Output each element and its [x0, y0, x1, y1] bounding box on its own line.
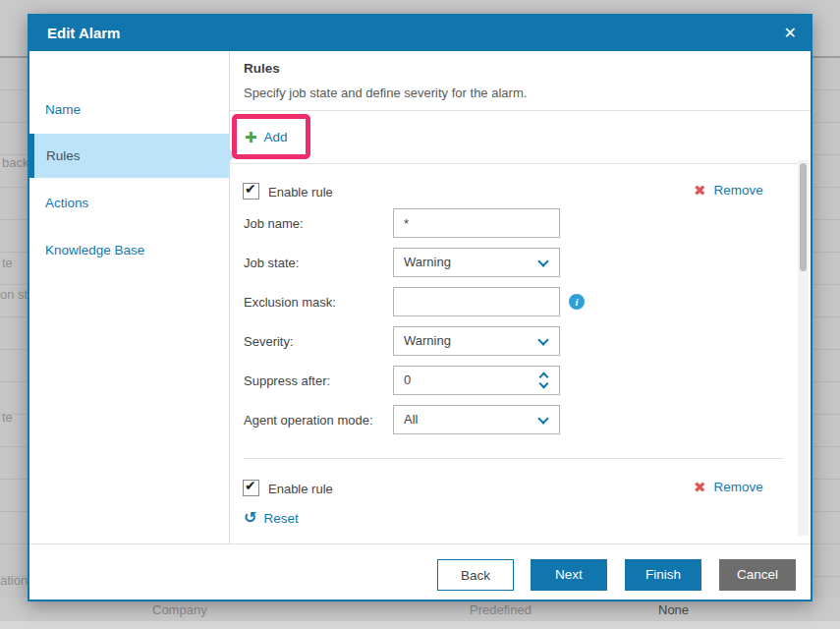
sidebar-item-knowledge-base[interactable]: Knowledge Base — [29, 236, 229, 265]
remove-x-icon: ✖ — [694, 480, 706, 494]
background-cell-predefined: Predefined — [470, 602, 532, 617]
job-state-select[interactable]: Warning — [393, 248, 560, 277]
divider — [244, 458, 783, 459]
remove-rule-button[interactable]: ✖ Remove — [694, 183, 763, 198]
finish-button[interactable]: Finish — [625, 559, 701, 591]
background-text-fragment: ation — [0, 573, 28, 588]
reset-button[interactable]: ↺ Reset — [244, 510, 299, 526]
add-button-label: Add — [264, 130, 288, 144]
sidebar-item-rules[interactable]: Rules — [29, 134, 229, 178]
suppress-after-stepper[interactable]: 0 — [393, 366, 560, 395]
severity-select[interactable]: Warning — [393, 326, 560, 356]
job-name-label: Job name: — [244, 216, 304, 231]
page-title: Rules — [244, 61, 280, 76]
remove-x-icon: ✖ — [694, 183, 706, 198]
chevron-down-icon — [537, 413, 548, 424]
severity-value: Warning — [404, 333, 451, 348]
screen: backu te on sta te ation Company Predefi… — [0, 0, 840, 629]
divider — [230, 163, 811, 164]
background-text-fragment: te — [2, 256, 13, 270]
dialog-footer: Back Next Finish Cancel — [29, 543, 811, 600]
wizard-sidebar — [29, 51, 230, 543]
agent-operation-mode-select[interactable]: All — [393, 405, 560, 434]
background-bottom-band — [0, 621, 840, 629]
sidebar-item-actions[interactable]: Actions — [29, 189, 229, 218]
sidebar-item-name[interactable]: Name — [29, 95, 229, 125]
add-rule-button[interactable]: ✚ Add — [245, 126, 288, 147]
checkmark-icon: ✔ — [245, 478, 256, 493]
background-cell-company: Company — [152, 602, 207, 617]
scrollbar-thumb[interactable] — [800, 163, 807, 271]
job-state-label: Job state: — [244, 256, 299, 270]
close-icon[interactable]: ✕ — [784, 16, 797, 51]
remove-button-label: Remove — [714, 480, 763, 494]
dialog-title: Edit Alarm — [47, 16, 120, 51]
job-state-value: Warning — [404, 255, 451, 269]
job-name-input[interactable] — [393, 208, 560, 238]
exclusion-mask-label: Exclusion mask: — [244, 295, 336, 310]
severity-label: Severity: — [244, 334, 294, 349]
next-button[interactable]: Next — [531, 559, 607, 591]
chevron-down-icon[interactable] — [539, 379, 549, 389]
reset-icon: ↺ — [244, 510, 256, 526]
edit-alarm-dialog: Edit Alarm ✕ Name Rules Actions Knowledg… — [28, 14, 812, 601]
chevron-down-icon — [537, 334, 548, 345]
exclusion-mask-input[interactable] — [393, 287, 560, 316]
reset-strip: ↺ Reset — [230, 500, 798, 543]
remove-rule-button[interactable]: ✖ Remove — [694, 480, 763, 494]
reset-button-label: Reset — [263, 511, 298, 526]
enable-rule-checkbox[interactable]: ✔ — [243, 480, 259, 496]
scrollbar-track[interactable] — [798, 160, 809, 536]
enable-rule-label: Enable rule — [268, 185, 333, 200]
plus-icon: ✚ — [245, 130, 257, 144]
remove-button-label: Remove — [714, 183, 763, 198]
suppress-after-value: 0 — [404, 372, 411, 387]
agent-operation-mode-label: Agent operation mode: — [244, 413, 373, 428]
background-text-fragment: te — [2, 410, 13, 425]
enable-rule-checkbox[interactable]: ✔ — [243, 183, 259, 200]
chevron-down-icon — [537, 256, 548, 266]
divider — [230, 110, 811, 111]
page-subtitle: Specify job state and define severity fo… — [244, 86, 527, 100]
suppress-after-label: Suppress after: — [244, 373, 330, 388]
selected-item-arrow — [229, 148, 236, 162]
background-cell-none: None — [658, 602, 689, 617]
info-icon[interactable]: i — [569, 294, 585, 310]
cancel-button[interactable]: Cancel — [719, 559, 796, 591]
dialog-header: Edit Alarm ✕ — [29, 16, 811, 51]
agent-operation-mode-value: All — [404, 412, 418, 427]
checkmark-icon: ✔ — [245, 181, 256, 197]
back-button[interactable]: Back — [437, 559, 514, 591]
enable-rule-label: Enable rule — [268, 482, 333, 496]
